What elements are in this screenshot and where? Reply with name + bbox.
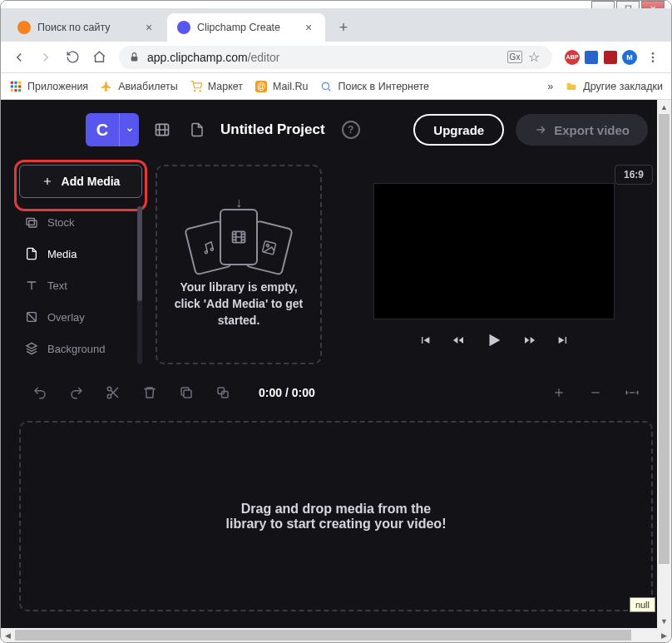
- skip-start-button[interactable]: [418, 334, 432, 347]
- redo-button[interactable]: [62, 378, 91, 407]
- sidebar-item-media[interactable]: Media: [19, 238, 134, 270]
- timeline-hint-text: Drag and drop media from the: [226, 502, 447, 517]
- tab-close-button[interactable]: ×: [302, 21, 315, 34]
- sidebar-item-label: Background: [47, 343, 105, 355]
- file-button[interactable]: [185, 118, 209, 141]
- video-library-button[interactable]: [151, 118, 174, 141]
- svg-point-13: [194, 90, 195, 91]
- svg-point-14: [200, 90, 200, 91]
- timeline-hint-text: library to start creating your video!: [226, 517, 447, 532]
- apps-grid-icon: [9, 80, 22, 93]
- brand-menu[interactable]: C: [86, 113, 139, 146]
- svg-rect-18: [29, 220, 37, 227]
- svg-point-26: [107, 394, 111, 398]
- bookmark-apps[interactable]: Приложения: [9, 80, 88, 93]
- bookmark-label: Mail.Ru: [273, 81, 308, 92]
- scroll-down-icon[interactable]: ▼: [657, 614, 671, 628]
- star-icon[interactable]: ☆: [526, 49, 542, 66]
- sidebar-item-text[interactable]: Text: [19, 270, 134, 301]
- browser-tab-2[interactable]: Clipchamp Create ×: [167, 13, 325, 42]
- export-video-button[interactable]: Export video: [516, 114, 648, 146]
- bookmark-market[interactable]: Маркет: [190, 80, 243, 93]
- lock-icon: [129, 52, 141, 63]
- bookmark-other[interactable]: Другие закладки: [565, 80, 663, 93]
- extension-adobe-icon[interactable]: [602, 49, 619, 66]
- extension-webstore-icon[interactable]: [583, 49, 600, 66]
- arrow-right-icon: [534, 123, 547, 136]
- back-button[interactable]: [7, 46, 31, 69]
- url-text: app.clipchamp.com/editor: [147, 51, 497, 64]
- skip-end-button[interactable]: [556, 334, 570, 347]
- plane-icon: [100, 80, 113, 93]
- zoom-in-button[interactable]: [545, 378, 573, 407]
- bookmark-mailru[interactable]: @ Mail.Ru: [254, 80, 308, 93]
- reload-button[interactable]: [61, 46, 84, 69]
- scroll-right-icon[interactable]: ▶: [657, 628, 671, 642]
- play-button[interactable]: [485, 331, 503, 349]
- sidebar-scrollbar[interactable]: [137, 206, 142, 364]
- help-button[interactable]: ?: [342, 121, 360, 139]
- favicon-icon: [177, 21, 190, 34]
- timeline-dropzone[interactable]: Drag and drop media from the library to …: [19, 421, 653, 611]
- tab-close-button[interactable]: ×: [142, 21, 156, 34]
- scroll-left-icon[interactable]: ◀: [1, 628, 15, 642]
- bookmark-label: Поиск в Интернете: [338, 81, 429, 92]
- sidebar-item-label: Media: [47, 248, 77, 260]
- sidebar-item-background[interactable]: Background: [19, 333, 134, 364]
- bookmark-overflow[interactable]: »: [547, 81, 553, 92]
- bookmark-flights[interactable]: Авиабилеты: [100, 80, 178, 93]
- translate-icon[interactable]: Gx: [506, 49, 523, 66]
- undo-button[interactable]: [26, 378, 54, 407]
- copy-button[interactable]: [209, 378, 237, 407]
- library-empty-text: click 'Add Media' to get: [175, 295, 303, 312]
- svg-point-24: [266, 244, 269, 247]
- project-title[interactable]: Untitled Project: [220, 121, 325, 138]
- upgrade-button[interactable]: Upgrade: [413, 114, 504, 146]
- bookmark-label: Другие закладки: [583, 81, 663, 92]
- video-preview[interactable]: [373, 183, 615, 319]
- scroll-up-icon[interactable]: ▲: [657, 100, 671, 114]
- sidebar-item-overlay[interactable]: Overlay: [19, 301, 134, 333]
- mailru-icon: @: [254, 80, 268, 93]
- svg-rect-4: [11, 81, 13, 83]
- tooltip-null: null: [630, 597, 655, 612]
- vertical-scrollbar[interactable]: ▲ ▼: [657, 100, 671, 628]
- aspect-ratio-button[interactable]: 16:9: [615, 165, 653, 185]
- split-button[interactable]: [99, 378, 127, 407]
- browser-tabstrip: Поиск по сайту × Clipchamp Create × +: [1, 8, 671, 42]
- svg-rect-8: [14, 85, 17, 87]
- sidebar-item-label: Stock: [47, 216, 75, 229]
- bookmark-search[interactable]: Поиск в Интернете: [319, 80, 429, 93]
- forward-button[interactable]: [34, 46, 57, 69]
- address-bar[interactable]: app.clipchamp.com/editor Gx ☆: [119, 46, 552, 69]
- app-header: C Untitled Project ? Upgrade Export vide…: [19, 100, 653, 160]
- chevron-down-icon: [119, 113, 139, 146]
- svg-rect-27: [184, 390, 191, 398]
- home-button[interactable]: [87, 46, 111, 69]
- new-tab-button[interactable]: +: [332, 16, 355, 39]
- add-media-button[interactable]: Add Media: [19, 165, 142, 198]
- fit-timeline-button[interactable]: [618, 378, 646, 407]
- browser-tab-1[interactable]: Поиск по сайту ×: [7, 13, 166, 42]
- delete-button[interactable]: [136, 378, 164, 407]
- duplicate-button[interactable]: [172, 378, 200, 407]
- library-empty-text: started.: [175, 312, 303, 329]
- svg-rect-6: [18, 81, 21, 83]
- svg-rect-7: [11, 85, 13, 87]
- horizontal-scrollbar[interactable]: ◀ ▶: [1, 628, 671, 642]
- browser-menu-button[interactable]: [641, 46, 665, 69]
- media-library-dropzone[interactable]: ↓ Your library is empty, click 'Add Medi…: [156, 165, 322, 364]
- fast-forward-button[interactable]: [523, 334, 536, 347]
- extension-m-icon[interactable]: М: [621, 49, 638, 66]
- sidebar-item-stock[interactable]: Stock: [19, 206, 134, 238]
- svg-rect-10: [11, 89, 13, 92]
- extension-abp[interactable]: ABP: [564, 49, 581, 66]
- zoom-out-button[interactable]: [581, 378, 610, 407]
- text-icon: [24, 278, 39, 293]
- media-icon: [24, 246, 39, 261]
- search-globe-icon: [319, 80, 333, 93]
- bookmark-label: Приложения: [27, 81, 88, 92]
- favicon-icon: [17, 21, 31, 34]
- rewind-button[interactable]: [452, 334, 465, 347]
- timeline-toolbar: 0:00 / 0:00: [19, 373, 653, 413]
